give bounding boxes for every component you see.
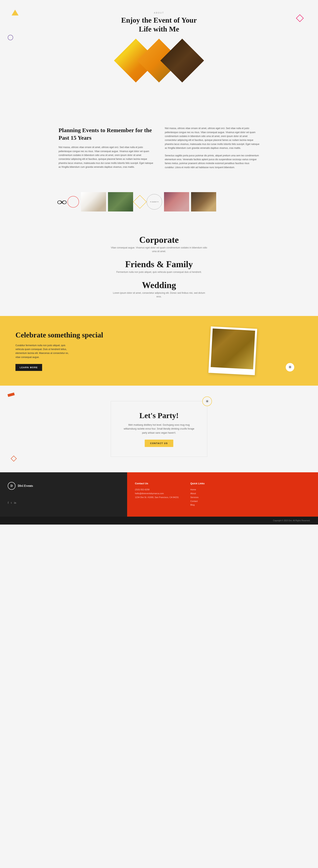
- logo-text: Divi Events: [18, 484, 33, 488]
- diamond-decoration-bl: [11, 456, 16, 462]
- footer-link-about[interactable]: About: [190, 492, 205, 496]
- footer-main: D Divi Events f t in Contact Us (310) 55…: [0, 472, 318, 517]
- service-friends: Friends & Family Fermentum nulla non jus…: [4, 259, 314, 274]
- footer-links-col: Quick Links Home About Services Contact …: [190, 482, 205, 507]
- planning-text-right-2: Senectus sagittis porta purus pulvinar d…: [165, 154, 259, 169]
- party-border-box: ✳ Let's Party! Meh mukbang distillery ho…: [111, 401, 207, 457]
- polaroid-image: [211, 328, 255, 369]
- planning-section: Planning Events to Remember for the Past…: [0, 111, 318, 223]
- wedding-desc: Lorem ipsum dolor sit amet, consectetur …: [111, 291, 207, 299]
- gallery-image-1: [81, 192, 106, 212]
- contact-address: 1234 Divi St. #1000, San Francisco, CA 9…: [135, 496, 179, 499]
- copyright-text: Copyright © 2023 Divi. All Rights Reserv…: [273, 520, 310, 522]
- instagram-icon[interactable]: in: [14, 501, 16, 504]
- scribble-decoration: ∞: [57, 197, 67, 207]
- footer-left: D Divi Events f t in: [0, 472, 127, 517]
- planning-left: Planning Events to Remember for the Past…: [59, 126, 153, 173]
- wedding-title: Wedding: [4, 280, 314, 290]
- links-col-title: Quick Links: [190, 482, 205, 485]
- polaroid-frame: [208, 327, 257, 375]
- contact-phone: (310) 552-6258: [135, 488, 179, 492]
- footer-logo: D Divi Events: [8, 482, 119, 490]
- diamond-decoration-yellow: [133, 195, 147, 209]
- footer: D Divi Events f t in Contact Us (310) 55…: [0, 472, 318, 525]
- round-badge: ✦ EVENT ✦: [147, 194, 162, 210]
- party-section: ✳ Let's Party! Meh mukbang distillery ho…: [0, 385, 318, 472]
- diamond-decoration-tr: [296, 14, 304, 22]
- contact-col-title: Contact Us: [135, 482, 179, 485]
- logo-icon: D: [8, 482, 15, 490]
- corporate-desc: Vitae consequat augue. Vivamus eget dolo…: [111, 246, 207, 253]
- party-sun-badge: ✳: [202, 397, 212, 406]
- celebrate-left: Celebrate something special Curabitur fe…: [15, 331, 155, 371]
- celebrate-right: ✳: [163, 328, 303, 374]
- about-label: ABOUT: [4, 11, 314, 14]
- footer-bottom: Copyright © 2023 Divi. All Rights Reserv…: [0, 517, 318, 525]
- sun-badge: ✳: [285, 363, 295, 372]
- contact-us-button[interactable]: CONTACT US: [145, 440, 173, 447]
- footer-right: Contact Us (310) 552-6258 hello@divieven…: [127, 472, 318, 517]
- celebrate-title: Celebrate something special: [15, 331, 155, 340]
- gallery-image-4: [191, 192, 216, 212]
- planning-right: Nisl massa, ultrices vitae ornare sit am…: [165, 126, 259, 173]
- footer-social: f t in: [8, 501, 119, 504]
- celebrate-section: Celebrate something special Curabitur fe…: [0, 316, 318, 385]
- footer-link-contact[interactable]: Contact: [190, 499, 205, 503]
- planning-text-right-1: Nisl massa, ultrices vitae ornare sit am…: [165, 126, 259, 150]
- twitter-icon[interactable]: t: [11, 501, 12, 504]
- rect-decoration-tl: [7, 393, 15, 397]
- planning-text-left: Nisl massa, ultrices vitae ornare sit am…: [59, 145, 153, 169]
- service-corporate: Corporate Vitae consequat augue. Vivamus…: [4, 235, 314, 253]
- circle-decoration-left: [8, 35, 13, 40]
- party-title: Let's Party!: [119, 411, 199, 420]
- service-wedding: Wedding Lorem ipsum dolor sit amet, cons…: [4, 280, 314, 299]
- triangle-decoration: [11, 10, 19, 16]
- planning-title: Planning Events to Remember for the Past…: [59, 126, 153, 142]
- gallery-image-3: [164, 192, 189, 212]
- friends-title: Friends & Family: [4, 259, 314, 269]
- party-text: Meh mukbang distillery hot level. Gochuj…: [122, 423, 196, 435]
- corporate-title: Corporate: [4, 235, 314, 245]
- facebook-icon[interactable]: f: [8, 501, 9, 504]
- food-image-3: [161, 39, 204, 83]
- gallery-row: ∞ ✦ EVENT ✦: [43, 184, 275, 219]
- diamond-image-3: [161, 39, 204, 83]
- footer-link-services[interactable]: Services: [190, 496, 205, 499]
- friends-desc: Fermentum nulla non justo aliquet, quis …: [111, 270, 207, 274]
- services-section: Corporate Vitae consequat augue. Vivamus…: [0, 223, 318, 316]
- gallery-image-2: [108, 192, 133, 212]
- about-title: Enjoy the Event of Your Life with Me: [120, 16, 198, 33]
- celebrate-text: Curabitur fermentum nulla non justo aliq…: [15, 343, 73, 359]
- footer-contact-col: Contact Us (310) 552-6258 hello@divieven…: [135, 482, 179, 507]
- learn-more-button[interactable]: LEARN MORE: [15, 364, 42, 371]
- diamond-images-row: [4, 41, 314, 92]
- circle-decoration-red: [67, 196, 79, 208]
- footer-link-home[interactable]: Home: [190, 488, 205, 492]
- footer-link-blog[interactable]: Blog: [190, 503, 205, 507]
- about-section: ABOUT Enjoy the Event of Your Life with …: [0, 0, 318, 111]
- contact-email: hello@divieventsbymarca.com: [135, 492, 179, 496]
